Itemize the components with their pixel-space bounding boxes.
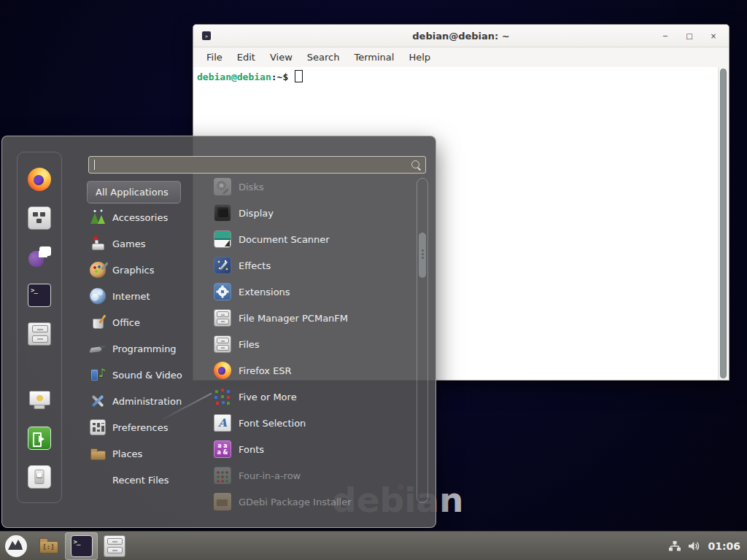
category-all-applications[interactable]: All Applications [87, 181, 181, 203]
maximize-button[interactable]: □ [681, 28, 697, 44]
app-document-scanner[interactable]: Document Scanner [212, 226, 412, 252]
favorite-file-manager[interactable] [27, 322, 52, 346]
session-group [27, 387, 52, 489]
app-display[interactable]: Display [212, 200, 412, 226]
search-input[interactable] [89, 157, 425, 173]
app-label: Firefox ESR [239, 365, 292, 376]
clock[interactable]: 01:06 [708, 540, 740, 552]
favorite-firefox[interactable] [27, 167, 52, 192]
category-places[interactable]: Places [87, 440, 198, 467]
desktop: debian > debian@debian: ~ − □ × FileEdit… [0, 0, 747, 560]
category-label: Graphics [112, 265, 154, 276]
close-button[interactable]: × [705, 28, 721, 44]
favorite-terminal[interactable] [27, 283, 52, 308]
terminal-menu-terminal[interactable]: Terminal [347, 52, 401, 63]
app-effects[interactable]: Effects [212, 252, 412, 279]
app-list-scrollbar-thumb[interactable] [419, 233, 426, 278]
gdebi-icon [214, 493, 231, 510]
category-accessories[interactable]: Accessories [87, 204, 198, 230]
administration-icon [90, 393, 106, 409]
terminal-menu-search[interactable]: Search [300, 52, 347, 63]
prompt-user: debian@debian [197, 71, 271, 82]
shutdown-icon [28, 465, 51, 489]
terminal-window-icon: > [202, 31, 211, 40]
files-window-button[interactable] [98, 532, 131, 560]
category-sound-video[interactable]: Sound & Video [87, 362, 198, 388]
category-label: Internet [112, 291, 150, 302]
cabinet-icon [214, 335, 231, 353]
app-files[interactable]: Files [212, 331, 412, 357]
disks-icon [214, 178, 231, 195]
app-list: DisksDisplayDocument ScannerEffectsExten… [212, 174, 412, 511]
preferences-icon [90, 419, 106, 435]
app-label: Display [239, 208, 274, 219]
favorite-pidgin[interactable] [27, 244, 52, 269]
terminal-dark-icon [28, 284, 51, 307]
graphics-icon [90, 262, 106, 278]
terminal-dark-icon [71, 535, 93, 557]
menu-button[interactable] [4, 534, 28, 558]
category-recent-files[interactable]: Recent Files [87, 467, 198, 493]
category-label: Office [112, 317, 140, 328]
category-list: All ApplicationsAccessoriesGamesGraphics… [87, 181, 198, 493]
application-menu: All ApplicationsAccessoriesGamesGraphics… [1, 136, 436, 528]
office-icon [90, 314, 106, 330]
games-icon [90, 236, 106, 252]
text-caret [94, 160, 95, 170]
file-manager-window-button[interactable] [32, 532, 65, 560]
category-games[interactable]: Games [87, 230, 198, 257]
fourrow-icon [214, 467, 231, 484]
terminal-menu-edit[interactable]: Edit [230, 52, 263, 63]
terminal-menu-file[interactable]: File [199, 52, 230, 63]
minimize-button[interactable]: − [657, 28, 673, 44]
lock-screen-button[interactable] [27, 387, 52, 412]
favorites-sidebar [17, 152, 62, 503]
category-office[interactable]: Office [87, 309, 198, 335]
app-gdebi-package-installer[interactable]: GDebi Package Installer [212, 489, 412, 511]
app-file-manager-pcmanfm[interactable]: File Manager PCManFM [212, 305, 412, 331]
app-firefox-esr[interactable]: Firefox ESR [212, 357, 412, 384]
app-label: Font Selection [239, 418, 306, 429]
display-icon [214, 204, 231, 222]
favorite-software[interactable] [27, 206, 52, 230]
terminal-cursor [295, 70, 303, 82]
category-preferences[interactable]: Preferences [87, 414, 198, 440]
terminal-window-button[interactable] [65, 532, 98, 560]
category-label: Programming [112, 343, 177, 354]
category-internet[interactable]: Internet [87, 283, 198, 309]
firefox-icon [28, 168, 51, 191]
fiveormore-icon [214, 388, 231, 405]
app-fonts[interactable]: Fonts [212, 436, 412, 462]
category-label: Accessories [112, 212, 168, 223]
network-icon[interactable] [668, 540, 681, 552]
prompt-symbol: :~$ [271, 71, 288, 82]
terminal-menu-help[interactable]: Help [401, 52, 438, 63]
app-four-in-a-row[interactable]: Four-in-a-row [212, 462, 412, 489]
terminal-scrollbar[interactable] [718, 67, 729, 380]
terminal-menubar: FileEditViewSearchTerminalHelp [193, 47, 729, 68]
app-disks[interactable]: Disks [212, 174, 412, 200]
app-list-scrollbar[interactable] [417, 178, 428, 503]
shut-down-button[interactable] [27, 464, 52, 489]
category-label: Administration [112, 396, 182, 407]
terminal-scrollbar-thumb[interactable] [720, 69, 727, 378]
logout-icon [28, 427, 51, 450]
soundvideo-icon [90, 367, 106, 383]
search-box [88, 156, 426, 174]
pidgin-icon [28, 245, 51, 268]
terminal-titlebar[interactable]: > debian@debian: ~ − □ × [193, 25, 729, 47]
software-icon [28, 206, 51, 230]
terminal-menu-view[interactable]: View [263, 52, 300, 63]
app-font-selection[interactable]: Font Selection [212, 410, 412, 436]
log-out-button[interactable] [27, 426, 52, 451]
window-controls: − □ × [657, 25, 721, 47]
app-five-or-more[interactable]: Five or More [212, 384, 412, 410]
category-graphics[interactable]: Graphics [87, 257, 198, 283]
volume-icon[interactable] [688, 540, 701, 552]
app-label: Extensions [239, 287, 290, 298]
category-programming[interactable]: Programming [87, 335, 198, 362]
app-extensions[interactable]: Extensions [212, 279, 412, 305]
cabinet-icon [104, 535, 125, 557]
terminal-title: debian@debian: ~ [412, 31, 509, 42]
fonts-icon [214, 440, 231, 458]
